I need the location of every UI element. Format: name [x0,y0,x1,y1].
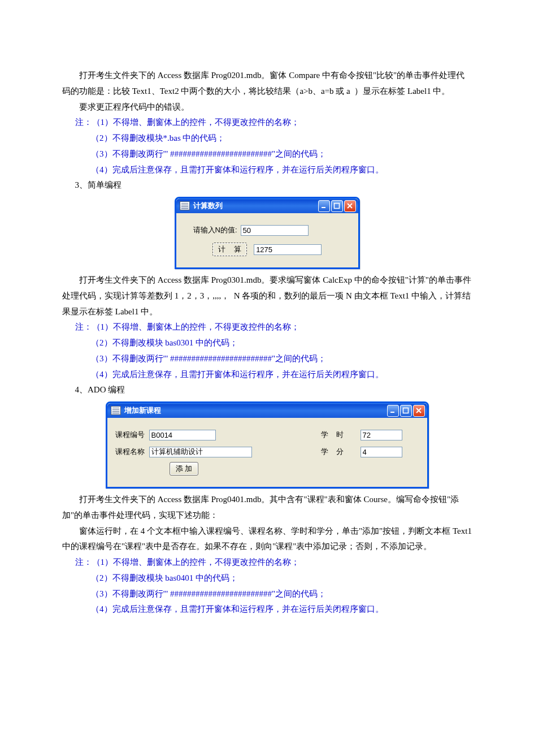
label-n: 请输入N的值: [184,223,241,237]
window-body: 课程编号 学 时 课程名称 学 分 添 加 [107,418,427,487]
svg-rect-1 [335,204,340,209]
note-line: （3）不得删改两行"' ########################"之间的… [62,146,472,162]
note-line: （3）不得删改两行"' ########################"之间的… [62,351,472,367]
paragraph: 要求更正程序代码中的错误。 [62,100,472,115]
titlebar: 计算数列 [176,198,358,213]
paragraph: 窗体运行时，在 4 个文本框中输入课程编号、课程名称、学时和学分，单击"添加"按… [62,524,472,555]
minimize-button[interactable] [318,200,330,212]
label-credit: 学 分 [321,445,361,459]
note-line: （3）不得删改两行"' ########################"之间的… [62,586,472,602]
label-course-name: 课程名称 [115,445,149,459]
titlebar: 增加新课程 [107,403,427,418]
maximize-button[interactable] [400,405,412,417]
input-hours[interactable] [361,430,402,440]
paragraph: 打开考生文件夹下的 Access 数据库 Prog0401.mdb。其中含有"课… [62,492,472,524]
paragraph: 4、ADO 编程 [62,382,472,398]
minimize-button[interactable] [387,405,399,417]
window-title: 计算数列 [193,199,317,213]
label-course-id: 课程编号 [115,428,149,442]
svg-rect-2 [390,412,394,413]
input-course-id[interactable] [149,430,216,440]
note-line: 注：（1）不得增、删窗体上的控件，不得更改控件的名称； [62,115,472,131]
form-icon [111,406,121,415]
input-credit[interactable] [361,447,402,457]
svg-rect-0 [322,207,325,208]
note-line: （4）完成后注意保存，且需打开窗体和运行程序，并在运行后关闭程序窗口。 [62,162,472,178]
close-button[interactable] [344,200,356,212]
form-icon [180,201,190,210]
window-title: 增加新课程 [124,404,386,417]
paragraph: 3、简单编程 [62,178,472,193]
close-button[interactable] [413,405,425,417]
note-line: （4）完成后注意保存，且需打开窗体和运行程序，并在运行后关闭程序窗口。 [62,367,472,383]
maximize-button[interactable] [331,200,343,212]
note-line: （2）不得删改模块 bas0301 中的代码； [62,335,472,351]
paragraph: 打开考生文件夹下的 Access 数据库 Prog0301.mdb。要求编写窗体… [62,273,472,319]
note-line: 注：（1）不得增、删窗体上的控件，不得更改控件的名称； [62,555,472,571]
input-n[interactable] [241,225,309,236]
note-line: 注：（1）不得增、删窗体上的控件，不得更改控件的名称； [62,319,472,335]
calc-button[interactable]: 计 算 [212,243,248,256]
add-button[interactable]: 添 加 [170,462,199,476]
svg-rect-3 [403,408,409,413]
window-body: 请输入N的值: 计 算 [176,213,358,267]
note-line: （2）不得删改模块 bas0401 中的代码； [62,571,472,586]
label-hours: 学 时 [321,428,361,442]
input-course-name[interactable] [149,447,252,457]
paragraph: 打开考生文件夹下的 Access 数据库 Prog0201.mdb。窗体 Com… [62,68,472,100]
note-line: （4）完成后注意保存，且需打开窗体和运行程序，并在运行后关闭程序窗口。 [62,602,472,617]
note-line: （2）不得删改模块*.bas 中的代码； [62,131,472,146]
window-course: 增加新课程 课程编号 学 时 课程名称 [106,401,429,489]
window-calc: 计算数列 请输入N的值: 计 算 [175,197,360,269]
result-field[interactable] [254,244,322,255]
page: 打开考生文件夹下的 Access 数据库 Prog0201.mdb。窗体 Com… [0,0,534,756]
